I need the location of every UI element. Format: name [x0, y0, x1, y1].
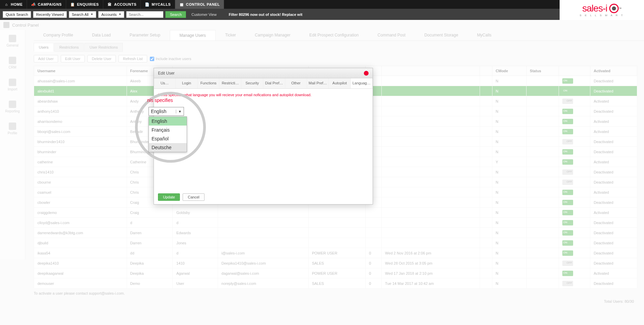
language-select[interactable]: English ▼ [149, 107, 184, 116]
enquiries-icon: 📋 [70, 2, 75, 7]
chevron-down-icon: ▼ [90, 13, 93, 16]
modal-tab[interactable]: Us… [154, 78, 176, 88]
nav-label: MYCALLS [152, 2, 171, 6]
logo-tagline: S E L L S M A R T [580, 14, 624, 17]
update-button[interactable]: Update [158, 193, 180, 201]
modal-tab[interactable]: Autopilot [329, 78, 351, 88]
quick-search-button[interactable]: Quick Search [3, 11, 31, 18]
language-dropdown-area: nis specifies English ▼ EnglishFrançaisE… [149, 98, 187, 152]
modal-tab[interactable]: Functions [198, 78, 220, 88]
customer-view-link[interactable]: Customer View [191, 12, 216, 17]
language-option[interactable]: Español [149, 134, 187, 143]
search-button[interactable]: Search [165, 11, 186, 18]
modal-close-button[interactable] [364, 71, 369, 76]
home-icon: ⌂ [4, 2, 9, 7]
modal-tab[interactable]: Other [285, 78, 307, 88]
accounts-dropdown[interactable]: Accounts▼ [98, 11, 124, 18]
modal-title: Edit User [158, 71, 175, 76]
nav-home[interactable]: ⌂HOME [0, 0, 27, 9]
modal-footer: Update Cancel [154, 190, 373, 204]
modal-header: Edit User [154, 68, 373, 78]
ticker-text: Filter 80296 now out of stock! Replace w… [229, 12, 302, 17]
nav-label: ACCOUNTS [114, 2, 136, 6]
nav-accounts[interactable]: 🏛ACCOUNTS [103, 0, 141, 9]
nav-campaigns[interactable]: 📣CAMPAIGNS [27, 0, 66, 9]
modal-tab[interactable]: Login [176, 78, 198, 88]
nav-label: ENQUIRIES [77, 2, 99, 6]
cancel-button[interactable]: Cancel [183, 193, 204, 201]
logo-icon [609, 4, 619, 13]
modal-tab[interactable]: Restricti… [219, 78, 241, 88]
magnified-note-fragment: nis specifies [147, 98, 187, 103]
nav-control-panel[interactable]: ▦CONTROL PANEL [175, 0, 224, 9]
modal-note: * This specifies what language you will … [158, 93, 369, 97]
top-nav: ⌂HOME 📣CAMPAIGNS 📋ENQUIRIES 🏛ACCOUNTS 📄M… [0, 0, 644, 9]
logo-tm: ™ [619, 7, 621, 10]
modal-tab[interactable]: Languag… [351, 78, 373, 88]
chevron-down-icon: ▼ [176, 110, 182, 113]
nav-label: CAMPAIGNS [38, 2, 62, 6]
logo-text: sales-i [582, 3, 607, 14]
filter-bar: Quick Search Recently Viewed Search All▼… [0, 9, 644, 20]
language-option[interactable]: Français [149, 126, 187, 134]
search-all-dropdown[interactable]: Search All▼ [69, 11, 96, 18]
campaigns-icon: 📣 [31, 2, 36, 7]
language-option[interactable]: English [149, 117, 187, 126]
chevron-down-icon: ▼ [118, 13, 121, 16]
control-icon: ▦ [179, 2, 184, 7]
nav-label: CONTROL PANEL [186, 2, 220, 6]
modal-tabs: Us…LoginFunctionsRestricti…SecurityDial … [154, 78, 373, 89]
nav-enquiries[interactable]: 📋ENQUIRIES [66, 0, 103, 9]
accounts-icon: 🏛 [107, 2, 112, 7]
search-input[interactable] [126, 11, 163, 18]
nav-label: HOME [11, 2, 23, 6]
mycalls-icon: 📄 [145, 2, 150, 7]
recently-viewed-button[interactable]: Recently Viewed [33, 11, 67, 18]
language-options-list: EnglishFrançaisEspañolDeutsche [149, 116, 187, 152]
modal-tab[interactable]: Security [241, 78, 263, 88]
modal-tab[interactable]: Mail Pref… [307, 78, 329, 88]
modal-tab[interactable]: Dial Pref… [263, 78, 285, 88]
language-selected-value: English [151, 109, 166, 114]
language-option[interactable]: Deutsche [149, 143, 187, 152]
logo-area: sales-i ™ S E L L S M A R T [560, 0, 644, 20]
nav-mycalls[interactable]: 📄MYCALLS [141, 0, 175, 9]
